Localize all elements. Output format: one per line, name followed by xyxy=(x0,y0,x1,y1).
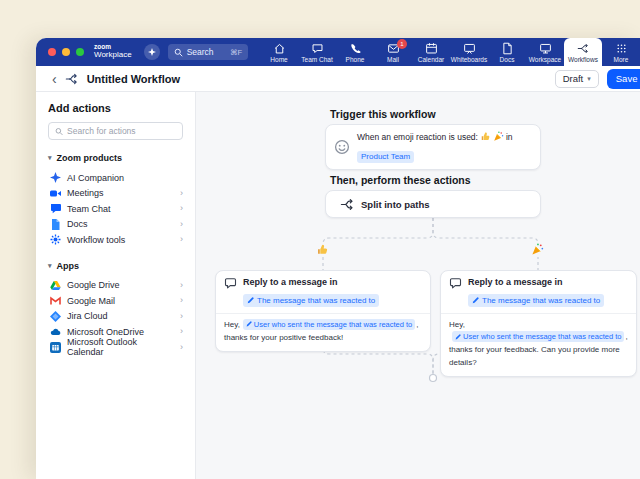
actions-heading: Then, perform these actions xyxy=(330,174,471,186)
nav-team-chat[interactable]: Team Chat xyxy=(298,38,336,66)
sidebar-item-team-chat[interactable]: Team Chat › xyxy=(48,201,183,217)
back-button[interactable]: ‹ xyxy=(52,72,57,86)
actions-sidebar: Add actions ▾ Zoom products AI Companion… xyxy=(36,92,196,479)
section-apps[interactable]: ▾ Apps xyxy=(48,261,183,271)
onedrive-icon xyxy=(49,326,61,337)
nav-workflows[interactable]: Workflows xyxy=(564,38,602,66)
video-camera-icon xyxy=(49,188,61,199)
split-paths-icon xyxy=(577,42,590,55)
minimize-button[interactable] xyxy=(62,48,70,56)
sparkle-icon xyxy=(148,48,156,56)
google-drive-icon xyxy=(49,280,61,291)
primary-nav: Home Team Chat Phone 1 Mail Calendar xyxy=(260,38,640,66)
ai-companion-button[interactable] xyxy=(144,44,160,60)
toolbar-actions: Draft ▾ Save changes xyxy=(555,69,640,89)
sidebar-item-docs[interactable]: Docs › xyxy=(48,217,183,233)
end-node xyxy=(430,375,437,382)
action-title: Reply to a message in xyxy=(468,277,604,287)
reply-card-positive[interactable]: Reply to a message in The message that w… xyxy=(215,270,431,352)
nav-docs[interactable]: Docs xyxy=(488,38,526,66)
nav-workspace[interactable]: Workspace xyxy=(526,38,564,66)
party-popper-emoji xyxy=(493,131,504,142)
chat-bubble-icon xyxy=(311,42,324,55)
topbar: zoom Workplace Search ⌘F Home Team Chat … xyxy=(36,38,640,66)
nav-mail[interactable]: 1 Mail xyxy=(374,38,412,66)
sidebar-item-google-drive[interactable]: Google Drive › xyxy=(48,278,183,294)
chevron-down-icon: ▾ xyxy=(48,154,52,162)
desktop: { "colors": { "accent": "#0b5cff", "topb… xyxy=(0,0,640,479)
chevron-right-icon: › xyxy=(180,204,183,213)
search-shortcut: ⌘F xyxy=(230,48,242,57)
outlook-calendar-icon xyxy=(49,342,61,353)
chevron-right-icon: › xyxy=(180,343,183,352)
party-popper-emoji xyxy=(530,242,545,257)
sidebar-item-google-mail[interactable]: Google Mail › xyxy=(48,293,183,309)
emoji-reaction-icon xyxy=(334,139,350,155)
gmail-icon xyxy=(49,295,61,306)
chevron-right-icon: › xyxy=(180,189,183,198)
chat-bubble-icon xyxy=(224,277,237,290)
actions-search-input[interactable] xyxy=(67,126,176,136)
calendar-icon xyxy=(425,42,438,55)
target-chip[interactable]: The message that was reacted to xyxy=(468,294,604,307)
split-paths-icon xyxy=(340,197,355,212)
status-dropdown[interactable]: Draft ▾ xyxy=(555,70,599,88)
gear-icon xyxy=(49,234,61,245)
nav-phone[interactable]: Phone xyxy=(336,38,374,66)
target-chip[interactable]: The message that was reacted to xyxy=(243,294,379,307)
workflow-toolbar: ‹ Untitled Workflow Draft ▾ Save changes xyxy=(36,66,640,92)
status-label: Draft xyxy=(563,73,584,84)
sidebar-item-workflow-tools[interactable]: Workflow tools › xyxy=(48,232,183,248)
pencil-icon xyxy=(472,297,479,304)
document-icon xyxy=(49,219,61,230)
workflow-canvas[interactable]: Trigger this workflow When an emoji reac… xyxy=(196,92,640,479)
nav-more[interactable]: More xyxy=(602,38,640,66)
thumbs-up-emoji xyxy=(480,131,491,142)
chevron-right-icon: › xyxy=(180,312,183,321)
search-icon xyxy=(55,127,63,136)
variable-chip[interactable]: User who sent the message that was react… xyxy=(243,319,415,330)
trigger-text: When an emoji reaction is used: in xyxy=(357,131,513,142)
sidebar-item-microsoft-outlook-calendar[interactable]: Microsoft Outlook Calendar › xyxy=(48,340,183,356)
chevron-down-icon: ▾ xyxy=(48,262,52,270)
save-button[interactable]: Save changes xyxy=(607,69,640,89)
pencil-icon xyxy=(455,334,461,340)
workflow-icon xyxy=(65,72,79,86)
section-zoom-products[interactable]: ▾ Zoom products xyxy=(48,153,183,163)
window-controls xyxy=(48,48,84,56)
split-paths-card[interactable]: Split into paths xyxy=(325,190,541,218)
trigger-card[interactable]: When an emoji reaction is used: in Produ… xyxy=(325,124,541,170)
chevron-down-icon: ▾ xyxy=(587,75,591,83)
reply-card-feedback[interactable]: Reply to a message in The message that w… xyxy=(440,270,637,377)
message-body: Hey,User who sent the message that was r… xyxy=(216,314,430,351)
maximize-button[interactable] xyxy=(76,48,84,56)
document-icon xyxy=(501,42,514,55)
variable-chip[interactable]: User who sent the message that was react… xyxy=(452,331,624,342)
nav-whiteboards[interactable]: Whiteboards xyxy=(450,38,488,66)
logo-line2: Workplace xyxy=(94,51,132,59)
thumbs-up-emoji xyxy=(315,242,330,257)
close-button[interactable] xyxy=(48,48,56,56)
mail-badge: 1 xyxy=(397,39,407,49)
sidebar-item-jira-cloud[interactable]: Jira Cloud › xyxy=(48,309,183,325)
chat-bubble-icon xyxy=(49,203,61,214)
search-icon xyxy=(174,48,183,57)
workflow-title: Untitled Workflow xyxy=(87,73,180,85)
pencil-icon xyxy=(247,297,254,304)
whiteboard-icon xyxy=(463,42,476,55)
sidebar-item-ai-companion[interactable]: AI Companion xyxy=(48,170,183,186)
trigger-heading: Trigger this workflow xyxy=(330,108,436,120)
pencil-icon xyxy=(246,321,252,327)
sidebar-item-meetings[interactable]: Meetings › xyxy=(48,186,183,202)
chevron-right-icon: › xyxy=(180,281,183,290)
nav-calendar[interactable]: Calendar xyxy=(412,38,450,66)
sidebar-title: Add actions xyxy=(48,102,183,114)
channel-chip[interactable]: Product Team xyxy=(357,151,414,164)
chevron-right-icon: › xyxy=(180,235,183,244)
home-icon xyxy=(273,42,286,55)
grid-icon xyxy=(615,42,628,55)
nav-home[interactable]: Home xyxy=(260,38,298,66)
actions-search xyxy=(48,122,183,140)
search-placeholder: Search xyxy=(187,47,214,57)
global-search[interactable]: Search ⌘F xyxy=(168,44,248,60)
